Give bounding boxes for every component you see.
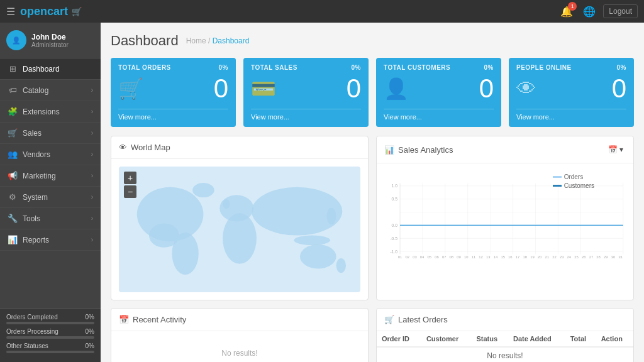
breadcrumb-current: Dashboard: [213, 36, 250, 45]
stat-card-body: 👤 0: [384, 74, 494, 104]
zoom-in-button[interactable]: +: [124, 172, 136, 184]
world-map-body: + −: [111, 159, 368, 300]
recent-activity-body: No results!: [111, 331, 368, 362]
svg-text:21: 21: [545, 255, 549, 259]
orders-column-header: Customer: [421, 331, 472, 347]
sidebar-item-extensions[interactable]: 🧩 Extensions ›: [0, 101, 101, 123]
stat-card-title: TOTAL CUSTOMERS: [384, 64, 450, 71]
world-map-svg: [119, 167, 360, 292]
eye-icon: 👁: [119, 143, 127, 152]
stat-card-link[interactable]: View more...: [384, 109, 494, 121]
nav-item-label: Marketing: [23, 172, 56, 180]
nav-item-left: 📢 Marketing: [8, 171, 56, 180]
svg-text:0.5: 0.5: [392, 197, 398, 201]
zoom-out-button[interactable]: −: [124, 185, 136, 198]
nav-arrow-icon: ›: [91, 151, 93, 158]
bottom-panels: 📅 Recent Activity No results! 🛒 Latest O…: [111, 308, 634, 362]
orders-table-head: Order IDCustomerStatusDate AddedTotalAct…: [377, 331, 633, 347]
map-controls: + −: [124, 172, 136, 198]
nav-arrow-icon: ›: [91, 87, 93, 94]
stat-card-total-orders: TOTAL ORDERS 0% 🛒 0 View more...: [111, 58, 236, 127]
recent-activity-no-results: No results!: [119, 339, 360, 362]
stat-card-icon: 💳: [251, 77, 276, 101]
calendar-icon: 📅: [608, 145, 618, 154]
breadcrumb: Home / Dashboard: [186, 36, 250, 45]
stat-label: Orders Completed: [6, 314, 58, 321]
stat-bar-bg: [6, 351, 94, 353]
nav-arrow-icon: ›: [91, 172, 93, 179]
sidebar-item-catalog[interactable]: 🏷 Catalog ›: [0, 80, 101, 101]
stat-value: 0%: [86, 343, 94, 349]
stat-card-body: 👁 0: [516, 74, 626, 104]
stat-card-percent: 0%: [617, 64, 626, 71]
svg-text:11: 11: [472, 255, 475, 259]
sales-icon: 🛒: [8, 128, 18, 138]
sidebar-stat-row: Orders Completed 0%: [6, 314, 94, 324]
stat-card-total-sales: TOTAL SALES 0% 💳 0 View more...: [243, 58, 369, 127]
svg-text:16: 16: [508, 255, 512, 259]
tools-icon: 🔧: [8, 214, 18, 223]
orders-table: Order IDCustomerStatusDate AddedTotalAct…: [377, 331, 633, 362]
stat-card-body: 🛒 0: [118, 74, 228, 104]
svg-point-9: [223, 199, 230, 209]
stat-label: Other Statuses: [6, 343, 48, 349]
svg-text:09: 09: [457, 255, 460, 259]
nav-arrow-icon: ›: [91, 129, 93, 136]
cart-icon-2: 🛒: [384, 315, 394, 324]
stat-card-link[interactable]: View more...: [516, 109, 626, 121]
sales-analytics-body: 1.0 0.5 0.0 -0.5 -1.0 01 02 03 04: [377, 163, 633, 276]
svg-point-5: [223, 213, 257, 264]
calendar-button[interactable]: 📅 ▾: [606, 143, 626, 156]
nav-arrow-icon: ›: [91, 236, 93, 243]
svg-text:04: 04: [420, 255, 425, 259]
svg-text:-0.5: -0.5: [390, 236, 397, 241]
svg-text:29: 29: [604, 255, 608, 259]
bar-chart-icon: 📊: [384, 145, 394, 155]
nav-item-left: 📊 Reports: [8, 235, 49, 244]
stat-card-value: 0: [214, 74, 228, 104]
svg-text:07: 07: [442, 255, 446, 259]
legend-overlay: Orders Customers: [553, 173, 594, 189]
orders-column-header: Total: [565, 331, 596, 347]
navbar-left: ☰ opencart 🛒: [6, 5, 82, 18]
stat-card-link[interactable]: View more...: [118, 109, 228, 121]
svg-text:18: 18: [523, 255, 526, 259]
nav-item-label: Reports: [23, 236, 49, 244]
svg-text:12: 12: [479, 255, 482, 259]
latest-orders-header: 🛒 Latest Orders: [377, 309, 633, 331]
globe-button[interactable]: 🌐: [580, 3, 598, 20]
sidebar-item-system[interactable]: ⚙ System ›: [0, 187, 101, 208]
nav-arrow-icon: ›: [91, 194, 93, 200]
user-name: John Doe: [31, 33, 69, 41]
nav-item-left: 🏷 Catalog: [8, 85, 48, 95]
hamburger-icon[interactable]: ☰: [6, 6, 15, 18]
breadcrumb-home[interactable]: Home: [186, 36, 206, 45]
stat-card-icon: 🛒: [118, 77, 143, 101]
latest-orders-panel: 🛒 Latest Orders Order IDCustomerStatusDa…: [376, 308, 634, 362]
stat-card-link[interactable]: View more...: [251, 109, 361, 121]
sidebar-item-marketing[interactable]: 📢 Marketing ›: [0, 165, 101, 187]
svg-text:28: 28: [596, 255, 600, 259]
svg-text:27: 27: [589, 255, 593, 259]
brand: opencart 🛒: [20, 5, 82, 18]
avatar: 👤: [6, 30, 26, 50]
two-col-panels: 👁 World Map + −: [111, 136, 634, 300]
sidebar-item-reports[interactable]: 📊 Reports ›: [0, 229, 101, 251]
stat-card-value: 0: [479, 74, 494, 104]
sidebar-item-tools[interactable]: 🔧 Tools ›: [0, 208, 101, 229]
sidebar-item-dashboard[interactable]: ⊞ Dashboard: [0, 58, 101, 80]
sidebar-item-sales[interactable]: 🛒 Sales ›: [0, 123, 101, 144]
legend-orders-color: [553, 176, 562, 178]
system-icon: ⚙: [8, 192, 18, 202]
logout-button[interactable]: Logout: [603, 4, 638, 18]
content-area: Dashboard Home / Dashboard TOTAL ORDERS …: [101, 23, 644, 362]
svg-text:08: 08: [450, 255, 453, 259]
stat-card-body: 💳 0: [251, 74, 361, 104]
svg-text:14: 14: [494, 255, 498, 259]
notifications-button[interactable]: 🔔 1: [558, 3, 575, 20]
reports-icon: 📊: [8, 235, 18, 244]
sidebar-item-vendors[interactable]: 👥 Vendors ›: [0, 144, 101, 165]
navbar: ☰ opencart 🛒 🔔 1 🌐 Logout: [0, 0, 644, 23]
svg-text:30: 30: [611, 255, 616, 259]
brand-text: opencart: [20, 5, 68, 18]
